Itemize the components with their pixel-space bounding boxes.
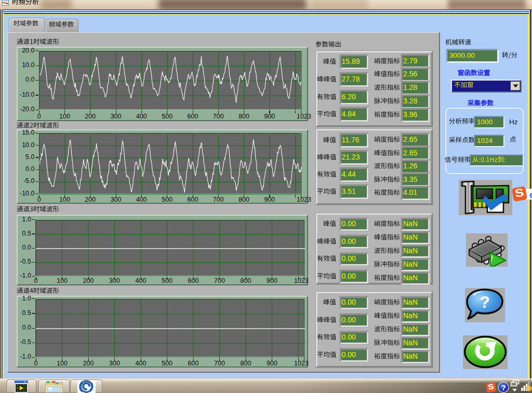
svg-text:?: ? — [480, 293, 490, 311]
svg-text:o: o — [529, 189, 532, 200]
svg-text:?: ? — [501, 383, 506, 392]
svg-text:S: S — [487, 382, 494, 391]
